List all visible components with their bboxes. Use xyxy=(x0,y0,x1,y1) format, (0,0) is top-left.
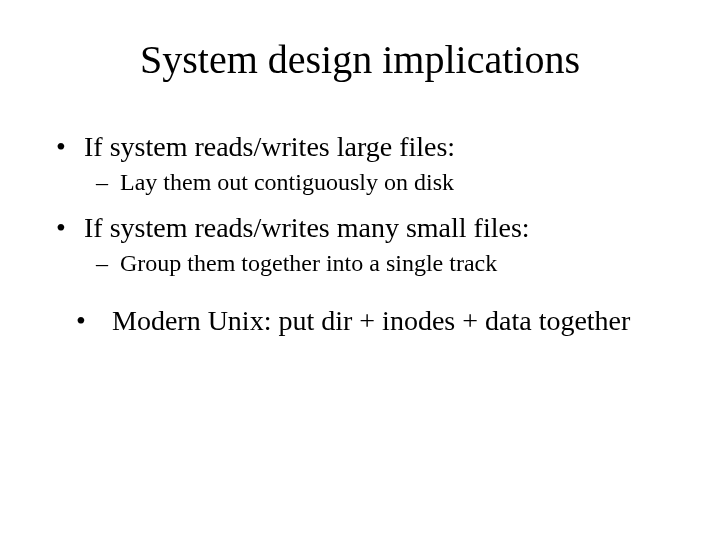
bullet-item: • Modern Unix: put dir + inodes + data t… xyxy=(76,305,672,337)
bullet-text: Group them together into a single track xyxy=(120,250,672,277)
sub-bullet-item: – Group them together into a single trac… xyxy=(96,250,672,277)
bullet-text: If system reads/writes large files: xyxy=(84,131,672,163)
bullet-marker-icon: • xyxy=(76,305,112,337)
sub-bullet-item: – Lay them out contiguously on disk xyxy=(96,169,672,196)
dash-marker-icon: – xyxy=(96,250,120,277)
bullet-marker-icon: • xyxy=(56,212,84,244)
dash-marker-icon: – xyxy=(96,169,120,196)
bullet-marker-icon: • xyxy=(56,131,84,163)
bullet-text: Lay them out contiguously on disk xyxy=(120,169,672,196)
bullet-item: • If system reads/writes many small file… xyxy=(56,212,672,244)
bullet-text: Modern Unix: put dir + inodes + data tog… xyxy=(112,305,672,337)
bullet-text: If system reads/writes many small files: xyxy=(84,212,672,244)
bullet-item: • If system reads/writes large files: xyxy=(56,131,672,163)
slide-title: System design implications xyxy=(48,36,672,83)
